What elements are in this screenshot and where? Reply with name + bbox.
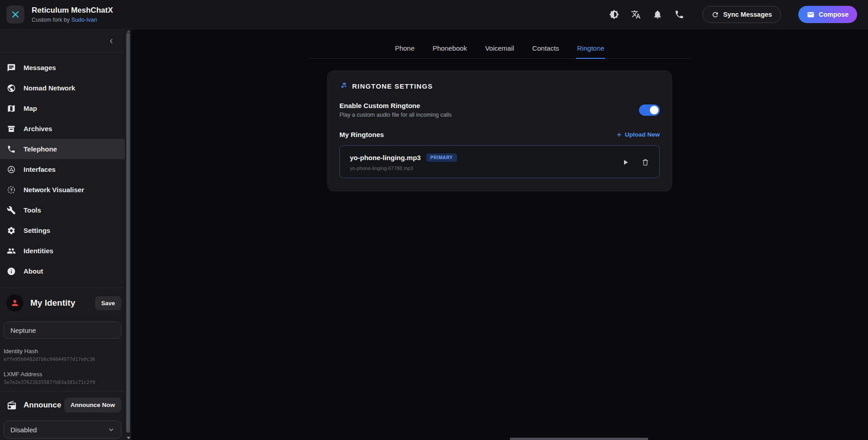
- main-content: Phone Phonebook Voicemail Contacts Ringt…: [131, 29, 868, 440]
- announce-mode-select[interactable]: Disabled: [4, 421, 121, 439]
- x-logo-icon: [11, 10, 20, 19]
- sidebar-item-label: Interfaces: [24, 166, 56, 173]
- tab-phone[interactable]: Phone: [394, 41, 415, 59]
- sidebar-item-network-visualiser[interactable]: ? Network Visualiser: [0, 180, 125, 200]
- header-actions: Sync Messages Compose: [609, 6, 857, 23]
- enable-custom-ringtone-row: Enable Custom Ringtone Play a custom aud…: [339, 102, 660, 118]
- sidebar-item-nomad-network[interactable]: Nomad Network: [0, 78, 125, 98]
- theme-toggle-icon[interactable]: [609, 9, 619, 19]
- plus-icon: [616, 132, 622, 138]
- radio-icon: [7, 400, 17, 410]
- sidebar-item-label: Network Visualiser: [24, 186, 84, 194]
- tab-phonebook[interactable]: Phonebook: [432, 41, 468, 59]
- app-title: Reticulum MeshChatX: [32, 6, 113, 15]
- ringtone-filename: yo-phone-linging-67788.mp3: [350, 166, 457, 171]
- sidebar: Messages Nomad Network Map Archives Tele…: [0, 29, 131, 440]
- globe-icon: [7, 84, 16, 93]
- lxmf-address-value: 3e7e2e37621635587fb83a381c71c2f9: [4, 379, 121, 385]
- avatar: [6, 294, 24, 312]
- enable-custom-ringtone-label: Enable Custom Ringtone: [339, 102, 452, 109]
- tab-voicemail[interactable]: Voicemail: [484, 41, 515, 59]
- sidebar-item-about[interactable]: About: [0, 261, 125, 281]
- sidebar-item-label: Map: [24, 104, 37, 112]
- app-logo[interactable]: [6, 5, 24, 24]
- primary-badge: PRIMARY: [426, 153, 457, 162]
- fork-author-link[interactable]: Sudo-Ivan: [72, 17, 97, 23]
- music-note-icon: [339, 82, 348, 90]
- info-icon: [7, 267, 16, 276]
- identity-hash-value: effe95b0482d7b6c04844977d17e0c36: [4, 356, 121, 362]
- app-subtitle-prefix: Custom fork by: [32, 17, 72, 23]
- sidebar-item-archives[interactable]: Archives: [0, 118, 125, 139]
- horizontal-scrollbar-thumb[interactable]: [510, 438, 648, 440]
- app-title-block: Reticulum MeshChatX Custom fork by Sudo-…: [32, 6, 113, 23]
- announce-mode-value: Disabled: [10, 426, 37, 434]
- mail-icon: [807, 11, 815, 19]
- wrench-icon: [7, 206, 16, 215]
- translate-icon[interactable]: [631, 9, 641, 19]
- tab-ringtone[interactable]: Ringtone: [576, 41, 605, 59]
- interfaces-icon: [7, 165, 16, 174]
- compose-button[interactable]: Compose: [798, 6, 857, 23]
- announce-section: Announce Announce Now Disabled Last anno…: [0, 391, 125, 440]
- scrollbar-up-arrow[interactable]: [127, 30, 130, 33]
- sidebar-item-label: Archives: [24, 125, 52, 132]
- sidebar-item-map[interactable]: Map: [0, 98, 125, 118]
- sidebar-item-label: Nomad Network: [24, 84, 75, 92]
- sidebar-item-identities[interactable]: Identities: [0, 241, 125, 261]
- enable-custom-ringtone-description: Play a custom audio file for all incomin…: [339, 112, 452, 118]
- sync-messages-label: Sync Messages: [723, 11, 772, 18]
- telephone-tabs: Phone Phonebook Voicemail Contacts Ringt…: [308, 41, 691, 59]
- sidebar-item-interfaces[interactable]: Interfaces: [0, 159, 125, 180]
- sidebar-item-label: Messages: [24, 64, 56, 71]
- sidebar-item-settings[interactable]: Settings: [0, 220, 125, 241]
- trash-icon: [641, 158, 649, 166]
- svg-text:?: ?: [10, 188, 13, 192]
- network-icon: ?: [7, 185, 16, 194]
- ringtone-name: yo-phone-linging.mp3: [350, 154, 421, 161]
- sidebar-scrollbar[interactable]: [125, 29, 131, 440]
- notifications-bell-icon[interactable]: [653, 9, 663, 19]
- my-identity-section: My Identity Save Identity Hash effe95b04…: [0, 288, 125, 385]
- sidebar-item-label: Telephone: [24, 145, 57, 153]
- ringtone-settings-card: RINGTONE SETTINGS Enable Custom Ringtone…: [327, 71, 672, 191]
- custom-ringtone-toggle[interactable]: [639, 104, 660, 116]
- tab-contacts[interactable]: Contacts: [531, 41, 560, 59]
- sync-messages-button[interactable]: Sync Messages: [702, 6, 781, 23]
- announce-now-button[interactable]: Announce Now: [64, 397, 121, 412]
- scrollbar-down-arrow[interactable]: [127, 437, 130, 439]
- gear-icon: [7, 226, 16, 235]
- compose-label: Compose: [819, 11, 849, 18]
- sidebar-scrollbar-thumb[interactable]: [126, 33, 130, 433]
- upload-new-button[interactable]: Upload New: [616, 131, 660, 138]
- identity-name-input[interactable]: [4, 322, 121, 339]
- person-icon: [10, 298, 19, 308]
- toggle-knob: [650, 106, 658, 114]
- sidebar-item-label: About: [24, 267, 43, 275]
- sidebar-item-tools[interactable]: Tools: [0, 200, 125, 220]
- people-icon: [7, 246, 16, 255]
- top-header: Reticulum MeshChatX Custom fork by Sudo-…: [0, 0, 868, 29]
- play-icon: [621, 158, 630, 166]
- sidebar-item-messages[interactable]: Messages: [0, 57, 125, 78]
- archive-icon: [7, 124, 16, 133]
- sidebar-collapse-row: [0, 29, 125, 53]
- play-ringtone-button[interactable]: [621, 158, 630, 166]
- ringtone-settings-title: RINGTONE SETTINGS: [352, 82, 433, 90]
- upload-new-label: Upload New: [625, 131, 660, 138]
- lxmf-address-label: LXMF Address: [4, 371, 121, 378]
- app-subtitle: Custom fork by Sudo-Ivan: [32, 17, 113, 23]
- sidebar-item-telephone[interactable]: Telephone: [0, 139, 125, 159]
- phone-header-icon[interactable]: [674, 9, 684, 19]
- sidebar-nav: Messages Nomad Network Map Archives Tele…: [0, 53, 125, 281]
- sidebar-item-label: Tools: [24, 206, 41, 214]
- delete-ringtone-button[interactable]: [641, 158, 649, 166]
- announce-title: Announce: [24, 401, 61, 410]
- chevron-left-icon[interactable]: [108, 38, 115, 45]
- identity-hash-label: Identity Hash: [4, 348, 121, 355]
- my-identity-title: My Identity: [30, 298, 75, 308]
- chat-icon: [7, 63, 16, 72]
- save-button[interactable]: Save: [95, 296, 121, 310]
- sidebar-item-label: Identities: [24, 247, 53, 255]
- my-ringtones-row: My Ringtones Upload New: [339, 131, 660, 138]
